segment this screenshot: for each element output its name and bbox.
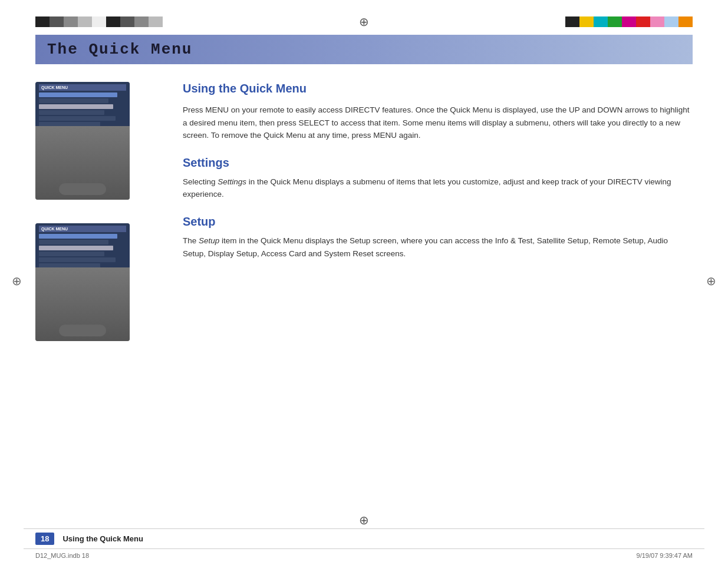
mid-gray2-block [134, 16, 149, 27]
footer-page-label: Using the Quick Menu [62, 534, 143, 543]
device-image-1: QUICK MENU [35, 82, 130, 200]
footer-content: 18 Using the Quick Menu [0, 529, 728, 548]
section3-body-italic: Setup [199, 236, 219, 245]
section3-body: The Setup item in the Quick Menu display… [183, 234, 693, 260]
black2-block [106, 16, 120, 27]
dark-gray-block [50, 16, 64, 27]
device-menu-row [39, 116, 116, 121]
device-screen-title-1: QUICK MENU [39, 84, 126, 91]
light-blue-block [664, 16, 678, 27]
device-body-1 [35, 126, 130, 200]
footer-left: 18 Using the Quick Menu [35, 533, 143, 545]
black-block [35, 16, 50, 27]
section2-heading: Settings [183, 156, 693, 170]
section3-heading: Setup [183, 215, 693, 229]
top-bar: ⊕ [0, 0, 728, 32]
device-screen-2: QUICK MENU [35, 223, 130, 267]
title-banner: The Quick Menu [35, 35, 693, 64]
black-block [565, 16, 579, 27]
dark-gray2-block [120, 16, 134, 27]
device-screen-1: QUICK MENU [35, 82, 130, 126]
footer: ⊕ 18 Using the Quick Menu D12_MUG.indb 1… [0, 512, 728, 562]
section3-body-prefix: The [183, 236, 199, 245]
section2-body-italic: Settings [218, 177, 246, 186]
left-column: QUICK MENU QUICK MENU [35, 82, 153, 341]
device-menu-row [39, 240, 108, 244]
yellow-block [579, 16, 594, 27]
main-content: QUICK MENU QUICK MENU [0, 64, 728, 359]
device-menu-row [39, 257, 116, 262]
device-menu-row [39, 246, 113, 250]
device-base-2 [59, 325, 106, 336]
color-strip-right [565, 16, 693, 27]
white-block [92, 16, 106, 27]
page-title: The Quick Menu [47, 41, 681, 58]
color-strip-left [35, 16, 163, 27]
section1-heading: Using the Quick Menu [183, 82, 693, 95]
left-registration-mark: ⊕ [12, 274, 22, 288]
right-crosshair-icon: ⊕ [706, 275, 716, 287]
right-column: Using the Quick Menu Press MENU on your … [171, 82, 693, 341]
magenta-block [622, 16, 636, 27]
cyan-block [594, 16, 608, 27]
light-gray-block [78, 16, 92, 27]
section2-body-prefix: Selecting [183, 177, 218, 186]
bottom-crosshair-icon: ⊕ [0, 512, 728, 528]
left-crosshair-icon: ⊕ [12, 275, 22, 287]
top-crosshair-icon: ⊕ [359, 15, 369, 29]
device-menu-row [39, 104, 113, 109]
section1-body: Press MENU on your remote to easily acce… [183, 104, 693, 142]
device-menu-row [39, 252, 104, 256]
pink-block [650, 16, 664, 27]
section2-body: Selecting Settings in the Quick Menu dis… [183, 176, 693, 201]
right-registration-mark: ⊕ [706, 274, 716, 288]
red-block [636, 16, 650, 27]
section3-body-suffix: item in the Quick Menu displays the Setu… [183, 236, 668, 258]
page-number: 18 [35, 533, 54, 545]
section2-body-suffix: in the Quick Menu displays a submenu of … [183, 177, 671, 199]
device-menu-row [39, 98, 108, 103]
footer-bottom: D12_MUG.indb 18 9/19/07 9:39:47 AM [24, 548, 704, 562]
device-screen-title-2: QUICK MENU [39, 226, 126, 232]
device-menu-row [39, 110, 104, 115]
mid-gray-block [64, 16, 78, 27]
device-image-2: QUICK MENU [35, 223, 130, 341]
device-body-2 [35, 267, 130, 341]
device-base-1 [59, 183, 106, 195]
light-gray2-block [149, 16, 163, 27]
device-menu-row [39, 234, 117, 239]
footer-file-info: D12_MUG.indb 18 [35, 552, 89, 559]
orange-block [678, 16, 693, 27]
device-menu-row [39, 92, 117, 97]
footer-date-info: 9/19/07 9:39:47 AM [637, 552, 693, 559]
green-block [608, 16, 622, 27]
